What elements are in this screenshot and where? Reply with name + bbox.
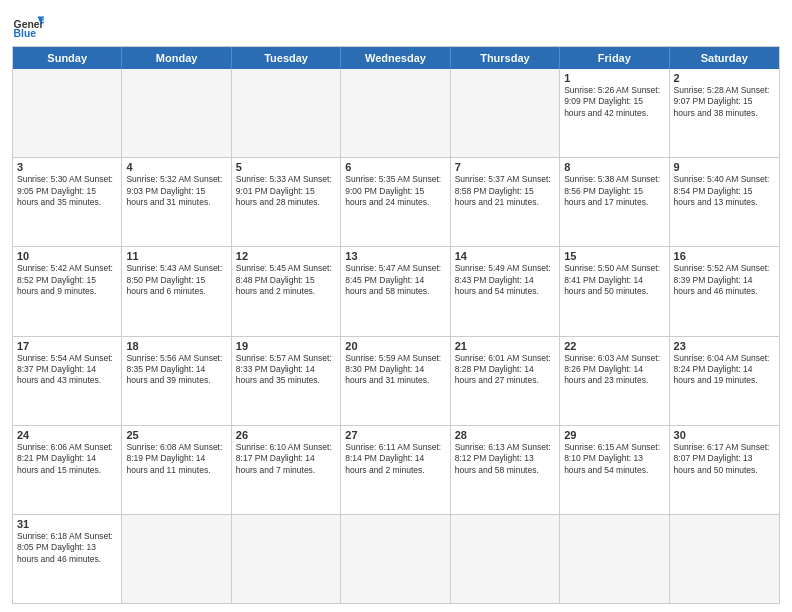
calendar-cell: 2Sunrise: 5:28 AM Sunset: 9:07 PM Daylig… <box>670 69 779 157</box>
header: General Blue <box>12 10 780 42</box>
calendar-cell <box>670 515 779 603</box>
calendar-cell: 21Sunrise: 6:01 AM Sunset: 8:28 PM Dayli… <box>451 337 560 425</box>
day-number: 25 <box>126 429 226 441</box>
day-info: Sunrise: 6:01 AM Sunset: 8:28 PM Dayligh… <box>455 353 555 387</box>
calendar-cell: 5Sunrise: 5:33 AM Sunset: 9:01 PM Daylig… <box>232 158 341 246</box>
calendar-cell: 3Sunrise: 5:30 AM Sunset: 9:05 PM Daylig… <box>13 158 122 246</box>
calendar-cell <box>232 515 341 603</box>
calendar-row-2: 10Sunrise: 5:42 AM Sunset: 8:52 PM Dayli… <box>13 246 779 335</box>
calendar-cell <box>451 515 560 603</box>
day-number: 15 <box>564 250 664 262</box>
calendar-cell: 28Sunrise: 6:13 AM Sunset: 8:12 PM Dayli… <box>451 426 560 514</box>
day-number: 17 <box>17 340 117 352</box>
day-info: Sunrise: 5:33 AM Sunset: 9:01 PM Dayligh… <box>236 174 336 208</box>
day-info: Sunrise: 5:32 AM Sunset: 9:03 PM Dayligh… <box>126 174 226 208</box>
day-number: 7 <box>455 161 555 173</box>
calendar-cell <box>341 69 450 157</box>
calendar-cell: 4Sunrise: 5:32 AM Sunset: 9:03 PM Daylig… <box>122 158 231 246</box>
calendar-cell: 8Sunrise: 5:38 AM Sunset: 8:56 PM Daylig… <box>560 158 669 246</box>
calendar-row-1: 3Sunrise: 5:30 AM Sunset: 9:05 PM Daylig… <box>13 157 779 246</box>
day-info: Sunrise: 6:08 AM Sunset: 8:19 PM Dayligh… <box>126 442 226 476</box>
header-cell-wednesday: Wednesday <box>341 47 450 69</box>
day-number: 2 <box>674 72 775 84</box>
calendar-header-row: SundayMondayTuesdayWednesdayThursdayFrid… <box>13 47 779 69</box>
day-info: Sunrise: 5:40 AM Sunset: 8:54 PM Dayligh… <box>674 174 775 208</box>
calendar-cell: 10Sunrise: 5:42 AM Sunset: 8:52 PM Dayli… <box>13 247 122 335</box>
day-info: Sunrise: 5:59 AM Sunset: 8:30 PM Dayligh… <box>345 353 445 387</box>
day-number: 6 <box>345 161 445 173</box>
day-number: 23 <box>674 340 775 352</box>
day-number: 27 <box>345 429 445 441</box>
calendar-cell <box>122 69 231 157</box>
calendar-cell: 31Sunrise: 6:18 AM Sunset: 8:05 PM Dayli… <box>13 515 122 603</box>
day-info: Sunrise: 6:11 AM Sunset: 8:14 PM Dayligh… <box>345 442 445 476</box>
day-info: Sunrise: 5:37 AM Sunset: 8:58 PM Dayligh… <box>455 174 555 208</box>
day-number: 11 <box>126 250 226 262</box>
calendar-cell: 1Sunrise: 5:26 AM Sunset: 9:09 PM Daylig… <box>560 69 669 157</box>
day-number: 28 <box>455 429 555 441</box>
calendar-cell: 6Sunrise: 5:35 AM Sunset: 9:00 PM Daylig… <box>341 158 450 246</box>
day-number: 9 <box>674 161 775 173</box>
day-info: Sunrise: 5:35 AM Sunset: 9:00 PM Dayligh… <box>345 174 445 208</box>
day-info: Sunrise: 5:43 AM Sunset: 8:50 PM Dayligh… <box>126 263 226 297</box>
header-cell-friday: Friday <box>560 47 669 69</box>
day-number: 30 <box>674 429 775 441</box>
day-info: Sunrise: 5:28 AM Sunset: 9:07 PM Dayligh… <box>674 85 775 119</box>
day-number: 12 <box>236 250 336 262</box>
calendar-cell <box>122 515 231 603</box>
header-cell-thursday: Thursday <box>451 47 560 69</box>
calendar-cell: 12Sunrise: 5:45 AM Sunset: 8:48 PM Dayli… <box>232 247 341 335</box>
day-info: Sunrise: 5:42 AM Sunset: 8:52 PM Dayligh… <box>17 263 117 297</box>
calendar-cell: 26Sunrise: 6:10 AM Sunset: 8:17 PM Dayli… <box>232 426 341 514</box>
header-cell-tuesday: Tuesday <box>232 47 341 69</box>
calendar-cell: 19Sunrise: 5:57 AM Sunset: 8:33 PM Dayli… <box>232 337 341 425</box>
day-number: 19 <box>236 340 336 352</box>
day-number: 3 <box>17 161 117 173</box>
day-info: Sunrise: 6:18 AM Sunset: 8:05 PM Dayligh… <box>17 531 117 565</box>
calendar-cell: 30Sunrise: 6:17 AM Sunset: 8:07 PM Dayli… <box>670 426 779 514</box>
day-number: 24 <box>17 429 117 441</box>
day-info: Sunrise: 5:26 AM Sunset: 9:09 PM Dayligh… <box>564 85 664 119</box>
day-info: Sunrise: 5:50 AM Sunset: 8:41 PM Dayligh… <box>564 263 664 297</box>
day-number: 16 <box>674 250 775 262</box>
calendar-cell: 22Sunrise: 6:03 AM Sunset: 8:26 PM Dayli… <box>560 337 669 425</box>
calendar: SundayMondayTuesdayWednesdayThursdayFrid… <box>12 46 780 604</box>
day-info: Sunrise: 6:06 AM Sunset: 8:21 PM Dayligh… <box>17 442 117 476</box>
calendar-body: 1Sunrise: 5:26 AM Sunset: 9:09 PM Daylig… <box>13 69 779 603</box>
day-number: 20 <box>345 340 445 352</box>
day-number: 10 <box>17 250 117 262</box>
calendar-cell: 7Sunrise: 5:37 AM Sunset: 8:58 PM Daylig… <box>451 158 560 246</box>
calendar-cell: 16Sunrise: 5:52 AM Sunset: 8:39 PM Dayli… <box>670 247 779 335</box>
header-cell-monday: Monday <box>122 47 231 69</box>
calendar-row-5: 31Sunrise: 6:18 AM Sunset: 8:05 PM Dayli… <box>13 514 779 603</box>
calendar-row-3: 17Sunrise: 5:54 AM Sunset: 8:37 PM Dayli… <box>13 336 779 425</box>
calendar-cell <box>13 69 122 157</box>
day-info: Sunrise: 5:56 AM Sunset: 8:35 PM Dayligh… <box>126 353 226 387</box>
day-info: Sunrise: 6:15 AM Sunset: 8:10 PM Dayligh… <box>564 442 664 476</box>
day-number: 8 <box>564 161 664 173</box>
day-number: 21 <box>455 340 555 352</box>
day-number: 13 <box>345 250 445 262</box>
day-info: Sunrise: 5:49 AM Sunset: 8:43 PM Dayligh… <box>455 263 555 297</box>
calendar-cell: 11Sunrise: 5:43 AM Sunset: 8:50 PM Dayli… <box>122 247 231 335</box>
calendar-row-0: 1Sunrise: 5:26 AM Sunset: 9:09 PM Daylig… <box>13 69 779 157</box>
calendar-cell <box>232 69 341 157</box>
day-info: Sunrise: 5:52 AM Sunset: 8:39 PM Dayligh… <box>674 263 775 297</box>
day-info: Sunrise: 5:54 AM Sunset: 8:37 PM Dayligh… <box>17 353 117 387</box>
calendar-cell <box>560 515 669 603</box>
day-number: 18 <box>126 340 226 352</box>
calendar-cell: 9Sunrise: 5:40 AM Sunset: 8:54 PM Daylig… <box>670 158 779 246</box>
day-info: Sunrise: 6:13 AM Sunset: 8:12 PM Dayligh… <box>455 442 555 476</box>
header-cell-saturday: Saturday <box>670 47 779 69</box>
calendar-cell: 13Sunrise: 5:47 AM Sunset: 8:45 PM Dayli… <box>341 247 450 335</box>
calendar-cell: 18Sunrise: 5:56 AM Sunset: 8:35 PM Dayli… <box>122 337 231 425</box>
day-info: Sunrise: 5:47 AM Sunset: 8:45 PM Dayligh… <box>345 263 445 297</box>
day-number: 26 <box>236 429 336 441</box>
calendar-cell <box>451 69 560 157</box>
calendar-cell: 29Sunrise: 6:15 AM Sunset: 8:10 PM Dayli… <box>560 426 669 514</box>
day-number: 1 <box>564 72 664 84</box>
day-number: 4 <box>126 161 226 173</box>
day-number: 31 <box>17 518 117 530</box>
day-number: 14 <box>455 250 555 262</box>
header-cell-sunday: Sunday <box>13 47 122 69</box>
